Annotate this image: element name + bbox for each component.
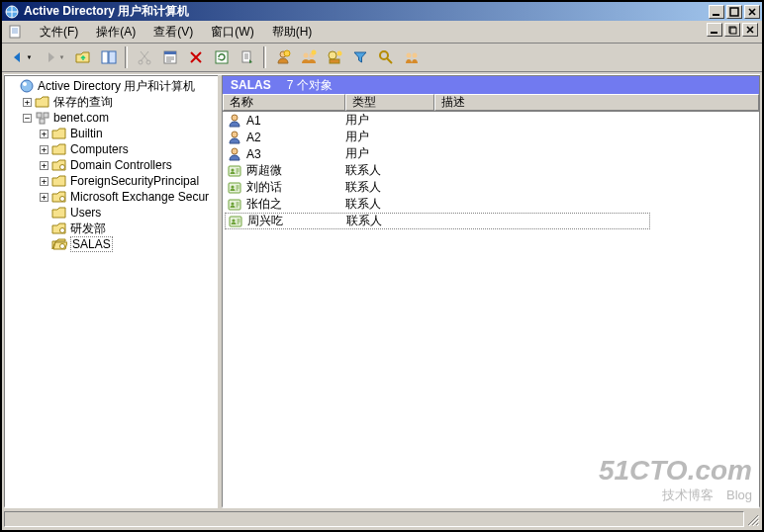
tree-item-label: ForeignSecurityPrincipal [70, 174, 199, 188]
folder-icon [51, 141, 67, 157]
column-headers: 名称 类型 描述 [223, 94, 759, 112]
minimize-button[interactable] [709, 5, 724, 19]
svg-rect-1 [713, 14, 719, 16]
tree-item-label: Computers [70, 142, 129, 156]
app-icon [4, 4, 20, 20]
folder-icon [35, 94, 50, 110]
maximize-button[interactable] [726, 5, 742, 19]
tree-saved-queries[interactable]: + 保存的查询 [5, 94, 218, 110]
document-icon [8, 24, 24, 40]
svg-point-23 [380, 51, 388, 59]
tree-salas[interactable]: SALAS [5, 236, 218, 252]
tree-builtin[interactable]: + Builtin [5, 126, 218, 141]
list-row[interactable]: A1用户 [223, 112, 759, 129]
cut-button[interactable] [133, 46, 155, 68]
export-list-button[interactable] [236, 46, 258, 68]
list-row[interactable]: 刘的话联系人 [223, 179, 759, 196]
forward-button[interactable]: ▼ [39, 46, 68, 68]
add-to-group-button[interactable] [400, 46, 423, 68]
svg-point-25 [412, 53, 417, 58]
svg-rect-8 [109, 51, 116, 63]
scope-name: SALAS [231, 78, 271, 92]
refresh-button[interactable] [210, 46, 233, 68]
list-row[interactable]: A3用户 [223, 145, 759, 162]
tree-pane[interactable]: Active Directory 用户和计算机 + 保存的查询 − benet.… [4, 75, 218, 508]
contact-icon [227, 180, 242, 196]
back-button[interactable]: ▼ [6, 46, 36, 68]
menu-window[interactable]: 窗口(W) [203, 22, 261, 43]
new-user-button[interactable] [271, 46, 294, 68]
titlebar: Active Directory 用户和计算机 [2, 2, 762, 21]
tree-item-label: Users [70, 206, 101, 220]
new-group-button[interactable] [297, 46, 320, 68]
menu-file[interactable]: 文件(F) [32, 22, 86, 43]
tree-users[interactable]: Users [5, 205, 218, 221]
user-icon [227, 146, 242, 162]
contact-icon [228, 214, 243, 229]
ou-open-icon [51, 236, 67, 252]
contact-icon [227, 163, 242, 179]
tree-item-label: Domain Controllers [70, 158, 172, 172]
row-type: 联系人 [345, 179, 434, 196]
up-button[interactable] [71, 46, 94, 68]
ou-icon [51, 157, 67, 173]
tree-domain-label: benet.com [53, 111, 109, 125]
list-row[interactable]: 周兴吃联系人 [225, 213, 650, 229]
svg-point-31 [60, 165, 65, 170]
mdi-minimize-button[interactable] [707, 23, 722, 37]
tree-foreign-security[interactable]: + ForeignSecurityPrincipal [5, 173, 218, 189]
show-hide-tree-button[interactable] [97, 46, 120, 68]
ad-root-icon [19, 78, 35, 94]
tree-item-label: Builtin [70, 127, 103, 140]
svg-point-16 [284, 50, 290, 56]
delete-button[interactable] [184, 46, 207, 68]
row-type: 用户 [345, 145, 434, 162]
domain-icon [35, 110, 50, 126]
mdi-close-button[interactable] [742, 23, 758, 37]
svg-point-20 [329, 51, 336, 59]
tree-item-label: Microsoft Exchange Secur [70, 190, 209, 204]
tree-computers[interactable]: + Computers [5, 141, 218, 157]
list-row[interactable]: 张伯之联系人 [223, 196, 759, 213]
column-name[interactable]: 名称 [223, 94, 345, 111]
row-name: 两超微 [246, 162, 282, 179]
svg-point-33 [60, 228, 65, 233]
column-desc[interactable]: 描述 [434, 94, 759, 111]
resize-grip[interactable] [744, 511, 760, 527]
svg-point-17 [303, 53, 308, 58]
svg-point-34 [60, 244, 65, 249]
svg-point-35 [232, 115, 238, 121]
properties-button[interactable] [158, 46, 181, 68]
menu-help[interactable]: 帮助(H) [264, 22, 321, 43]
new-ou-button[interactable] [323, 46, 345, 68]
mdi-restore-button[interactable] [724, 23, 740, 37]
tree-domain-controllers[interactable]: + Domain Controllers [5, 157, 218, 173]
list-row[interactable]: 两超微联系人 [223, 162, 759, 179]
find-button[interactable] [374, 46, 397, 68]
svg-rect-4 [711, 32, 717, 34]
tree-root[interactable]: Active Directory 用户和计算机 [5, 78, 218, 94]
row-type: 联系人 [346, 213, 435, 229]
list-header-bar: SALAS 7 个对象 [223, 76, 759, 94]
list-row[interactable]: A2用户 [223, 129, 759, 145]
tree-exchange-security[interactable]: + Microsoft Exchange Secur [5, 189, 218, 205]
svg-point-43 [231, 202, 234, 205]
filter-button[interactable] [348, 46, 371, 68]
row-type: 联系人 [345, 196, 434, 213]
svg-rect-6 [730, 28, 736, 34]
svg-rect-21 [330, 59, 339, 63]
tree-research-dept[interactable]: 研发部 [5, 221, 218, 236]
svg-rect-7 [102, 51, 108, 63]
folder-icon [51, 205, 67, 221]
list-rows[interactable]: A1用户A2用户A3用户两超微联系人刘的话联系人张伯之联系人周兴吃联系人 [223, 112, 759, 506]
menu-view[interactable]: 查看(V) [145, 22, 201, 43]
tree-domain[interactable]: − benet.com [5, 110, 218, 126]
column-type[interactable]: 类型 [345, 94, 434, 111]
menu-action[interactable]: 操作(A) [88, 22, 143, 43]
object-count: 7 个对象 [287, 77, 333, 94]
row-type: 用户 [345, 129, 434, 145]
svg-point-36 [232, 132, 238, 137]
ou-icon [51, 189, 67, 205]
close-button[interactable] [744, 5, 760, 19]
svg-point-19 [311, 50, 316, 55]
